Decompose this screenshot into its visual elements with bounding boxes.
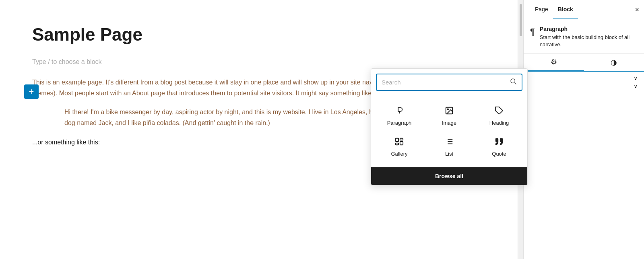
heading-block-icon: [495, 106, 504, 117]
gallery-block-label: Gallery: [391, 151, 407, 157]
chevron-down-2[interactable]: ∨: [530, 83, 638, 89]
list-block-icon: [445, 137, 454, 148]
blockquote-text[interactable]: Hi there! I'm a bike messenger by day, a…: [48, 107, 411, 128]
block-placeholder[interactable]: Type / to choose a block: [32, 58, 485, 66]
inserter-grid: Paragraph Image: [371, 96, 527, 167]
page-title[interactable]: Sample Page: [32, 24, 485, 45]
paragraph-block-label: Paragraph: [387, 120, 412, 126]
chevron-down-1[interactable]: ∨: [530, 75, 638, 81]
block-info: ¶ Paragraph Start with the basic buildin…: [524, 19, 644, 53]
panel-close-button[interactable]: ×: [635, 6, 639, 13]
image-block-icon: [445, 106, 454, 117]
right-panel: Page Block × ¶ Paragraph Start with the …: [523, 0, 644, 259]
icon-row: ⚙ ◑: [524, 53, 644, 72]
gear-tab[interactable]: ⚙: [524, 53, 584, 71]
svg-rect-6: [400, 138, 403, 140]
search-input[interactable]: [382, 79, 506, 86]
svg-line-1: [515, 83, 516, 84]
block-item-image[interactable]: Image: [424, 101, 474, 132]
heading-block-label: Heading: [489, 120, 509, 126]
block-item-gallery[interactable]: Gallery: [374, 132, 424, 162]
gallery-block-icon: [395, 137, 404, 148]
tab-page[interactable]: Page: [530, 0, 553, 19]
paragraph-block-icon: [395, 106, 404, 117]
svg-point-4: [447, 109, 448, 110]
svg-point-0: [511, 79, 515, 83]
quote-block-label: Quote: [492, 151, 506, 157]
contrast-tab[interactable]: ◑: [584, 53, 644, 71]
list-block-label: List: [445, 151, 453, 157]
block-item-list[interactable]: List: [424, 132, 474, 162]
add-block-button[interactable]: +: [24, 84, 39, 99]
chevron-row: ∨ ∨: [524, 72, 644, 91]
contrast-icon: ◑: [611, 58, 617, 67]
svg-rect-5: [396, 138, 398, 142]
inserter-search-box: [376, 74, 522, 91]
scrollbar-thumb[interactable]: [520, 4, 522, 36]
search-icon: [510, 78, 517, 87]
paragraph-1[interactable]: This is an example page. It's different …: [32, 77, 419, 99]
tab-block[interactable]: Block: [553, 0, 578, 19]
image-block-label: Image: [442, 120, 456, 126]
gear-icon: ⚙: [551, 58, 557, 66]
inserter-search-container: [371, 69, 527, 96]
svg-rect-7: [400, 142, 403, 145]
panel-tabs: Page Block ×: [524, 0, 644, 19]
quote-block-icon: [495, 137, 504, 148]
block-item-paragraph[interactable]: Paragraph: [374, 101, 424, 132]
block-description: Paragraph Start with the basic building …: [540, 26, 638, 48]
block-item-heading[interactable]: Heading: [474, 101, 524, 132]
block-item-quote[interactable]: Quote: [474, 132, 524, 162]
panel-inner: Page Block × ¶ Paragraph Start with the …: [524, 0, 644, 259]
svg-rect-8: [396, 143, 398, 145]
block-inserter: Paragraph Image: [371, 68, 528, 185]
paragraph-icon: ¶: [530, 27, 535, 37]
browse-all-button[interactable]: Browse all: [371, 167, 527, 185]
